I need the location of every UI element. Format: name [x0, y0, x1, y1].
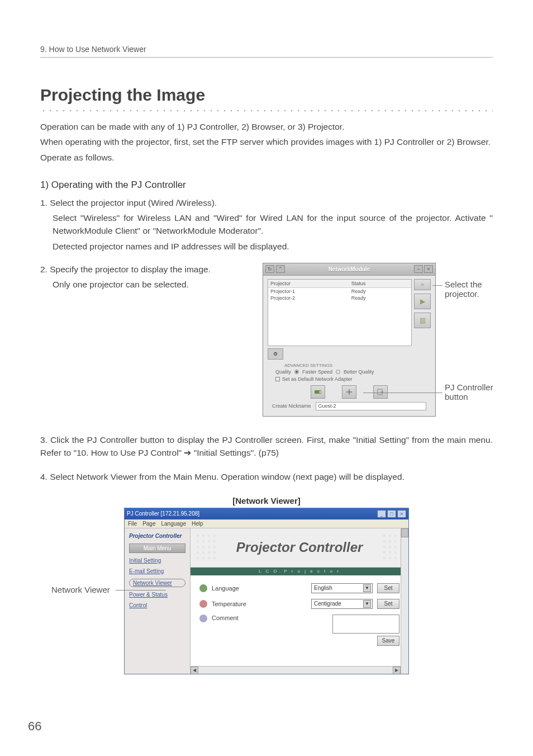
list-item[interactable]: Projector-2 Ready: [268, 295, 411, 301]
pjc-banner: Projector Controller: [191, 528, 408, 568]
step4: 4. Select Network Viewer from the Main M…: [40, 470, 493, 483]
intro-p1: Operation can be made with any of 1) PJ …: [40, 120, 493, 133]
minimize-icon[interactable]: –: [414, 265, 423, 273]
thermometer-icon: [199, 600, 207, 608]
proj-status: Ready: [351, 289, 409, 294]
pjc-sidebar: Projector Controller Main Menu Initial S…: [125, 528, 191, 674]
vertical-scrollbar[interactable]: [401, 528, 408, 674]
comment-icon: [199, 615, 207, 622]
dotted-rule: [40, 109, 493, 112]
nickname-input[interactable]: Guest-2: [316, 402, 426, 410]
close-icon[interactable]: ×: [397, 510, 406, 518]
pjc-titlebar: PJ Controller [172.21.95.208] _ □ ×: [125, 508, 408, 519]
step2-num: 2. Specify the projector to display the …: [40, 263, 253, 276]
list-item[interactable]: Projector-1 Ready: [268, 288, 411, 295]
select-temperature-value: Centigrade: [314, 601, 341, 607]
close-icon[interactable]: ×: [424, 265, 433, 273]
globe-icon: [199, 584, 207, 592]
refresh-button[interactable]: ⚙: [268, 348, 283, 360]
comment-textarea[interactable]: [332, 615, 399, 634]
page-number: 66: [28, 719, 41, 734]
label-comment: Comment: [212, 615, 262, 621]
projector-icon: [314, 389, 322, 395]
menu-bar: File Page Language Help: [125, 519, 408, 528]
annotation-pj-button: PJ Controller button: [445, 382, 506, 401]
intro-p2: When operating with the projector, first…: [40, 135, 493, 148]
step3: 3. Click the PJ Controller button to dis…: [40, 433, 493, 460]
radio-faster[interactable]: [294, 370, 299, 374]
step1-body: Select "Wireless" for Wireless LAN and "…: [40, 211, 493, 238]
step1-num: 1. Select the projector input (Wired /Wi…: [40, 196, 493, 209]
scroll-right-icon[interactable]: ▶: [393, 667, 401, 674]
page-title: Projecting the Image: [40, 86, 493, 105]
pjc-main: Projector Controller L C D P r o j e c t…: [191, 528, 408, 674]
add-button[interactable]: [342, 385, 356, 399]
sidebar-main-menu[interactable]: Main Menu: [129, 544, 185, 553]
section1-title: 1) Operating with the PJ Controller: [40, 179, 493, 191]
scroll-left-icon[interactable]: ◀: [191, 667, 198, 674]
sidebar-network-viewer[interactable]: Network Viewer: [129, 579, 185, 587]
nm-title: NetworkModule: [329, 266, 370, 272]
menu-language[interactable]: Language: [161, 521, 186, 527]
opt-better: Better Quality: [344, 369, 374, 375]
menu-help[interactable]: Help: [192, 521, 203, 527]
sidebar-initial-setting[interactable]: Initial Setting: [129, 557, 185, 564]
menu-page[interactable]: Page: [142, 521, 155, 527]
nm-titlebar: ↻ ⌃ NetworkModule – ×: [263, 263, 435, 276]
projector-list[interactable]: Projector Status Projector-1 Ready Proje…: [268, 279, 412, 346]
pj-controller-window: PJ Controller [172.21.95.208] _ □ × File…: [124, 508, 409, 674]
set-default-label: Set as Default Network Adapter: [282, 376, 353, 382]
minimize-icon[interactable]: _: [377, 510, 386, 518]
scrollbar-thumb[interactable]: [401, 528, 408, 537]
set-button-language[interactable]: Set: [377, 583, 399, 593]
maximize-icon[interactable]: □: [387, 510, 396, 518]
pj-controller-button[interactable]: [311, 385, 325, 399]
lcd-strip: L C D P r o j e c t o r: [191, 568, 408, 575]
proj-status: Ready: [351, 295, 409, 301]
play-button[interactable]: ▶: [414, 294, 431, 309]
svg-rect-3: [346, 391, 352, 393]
radio-better[interactable]: [336, 370, 340, 374]
svg-point-1: [320, 391, 321, 393]
exit-button[interactable]: [373, 385, 388, 399]
step2-body: Only one projector can be selected.: [40, 278, 253, 291]
step1-tail: Detected projector names and IP addresse…: [40, 240, 493, 253]
column-button[interactable]: ▥: [414, 313, 431, 328]
quality-label: Quality: [275, 369, 291, 375]
select-temperature[interactable]: Centigrade ▼: [311, 599, 373, 609]
chevron-down-icon: ▼: [363, 600, 371, 608]
plus-icon: [346, 389, 353, 395]
lcd-text-p: P r o j e c t o r: [284, 569, 340, 574]
horizontal-scrollbar[interactable]: ◀ ▶: [191, 666, 401, 674]
lcd-text-l: L C D: [259, 569, 278, 574]
door-icon: [377, 389, 384, 395]
pjc-title: PJ Controller [172.21.95.208]: [127, 511, 199, 517]
sidebar-control[interactable]: Control: [129, 602, 185, 608]
network-viewer-label: Network Viewer: [51, 585, 110, 594]
wifi-icon[interactable]: ⌃: [276, 265, 285, 273]
intro-p3: Operate as follows.: [40, 151, 493, 164]
leader-line: [363, 393, 442, 393]
network-viewer-caption: [Network Viewer]: [40, 496, 493, 505]
reload-icon[interactable]: ↻: [265, 265, 274, 273]
label-language: Language: [212, 585, 262, 592]
sidebar-email-setting[interactable]: E-mail Setting: [129, 568, 185, 574]
col-projector: Projector: [270, 281, 351, 286]
expand-button[interactable]: »: [414, 279, 431, 290]
leader-line: [432, 285, 442, 286]
select-language-value: English: [314, 585, 332, 591]
opt-faster: Faster Speed: [302, 369, 332, 375]
col-status: Status: [351, 281, 409, 286]
networkmodule-window: ↻ ⌃ NetworkModule – × Projector Status: [263, 263, 436, 417]
checkbox-default-adapter[interactable]: [275, 377, 280, 381]
sidebar-power-status[interactable]: Power & Status: [129, 592, 185, 598]
leader-line: [116, 590, 166, 590]
save-button[interactable]: Save: [377, 636, 399, 646]
advanced-settings-label: ADVANCED SETTINGS: [284, 363, 431, 368]
label-temperature: Temperature: [212, 601, 262, 607]
chevron-down-icon: ▼: [363, 584, 371, 592]
select-language[interactable]: English ▼: [311, 583, 373, 593]
sidebar-title: Projector Controller: [129, 533, 185, 539]
menu-file[interactable]: File: [128, 521, 137, 527]
set-button-temperature[interactable]: Set: [377, 599, 399, 609]
